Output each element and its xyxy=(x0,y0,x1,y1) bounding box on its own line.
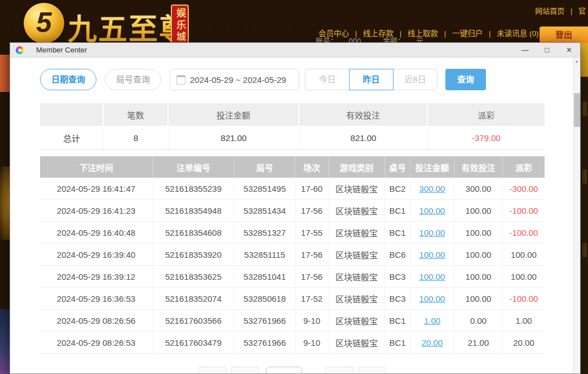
table-row: 2024-05-29 16:39:40 521618353920 5328511… xyxy=(40,244,545,266)
bg-orange-band xyxy=(0,55,10,92)
bet-amount-link[interactable]: 100.00 xyxy=(419,272,445,281)
round-id-cell: 532851115 xyxy=(235,244,295,265)
calendar-icon xyxy=(176,75,185,85)
summary-header-payout: 派彩 xyxy=(428,103,545,126)
session-cell: 17-60 xyxy=(295,178,329,199)
scroll-up-arrow-icon[interactable]: ▲ xyxy=(573,58,580,65)
bet-id-cell: 521618352074 xyxy=(153,288,235,309)
session-cell: 17-55 xyxy=(295,222,329,243)
payout-cell: 100.00 xyxy=(503,244,545,265)
yesterday-button[interactable]: 昨日 xyxy=(349,69,394,90)
logout-button[interactable]: 登出 xyxy=(540,27,588,43)
summary-header-bet-amount: 投注金额 xyxy=(169,103,299,126)
app-icon xyxy=(16,46,24,54)
bet-amount-link[interactable]: 100.00 xyxy=(419,294,445,303)
bet-amount-link[interactable]: 1.00 xyxy=(424,316,440,325)
summary-header-valid-bet: 有效投注 xyxy=(299,103,428,126)
table-row: 2024-05-29 16:36:53 521618352074 5328506… xyxy=(40,288,545,310)
payout-cell: -100.00 xyxy=(503,288,545,309)
bet-amount-link[interactable]: 100.00 xyxy=(419,228,445,237)
scrollbar-thumb[interactable] xyxy=(574,93,580,127)
bets-table: 下注时间 注单编号 局号 场次 游戏类别 桌号 投注金额 有效投注 派彩 202… xyxy=(40,156,545,354)
pagination: ◀◀ ◀ 1 /1 ▶ ▶▶ xyxy=(40,367,545,373)
nav-divider: | xyxy=(571,7,572,15)
game-type-cell: 区块链骰宝 xyxy=(329,244,385,265)
bet-time-cell: 2024-05-29 08:26:53 xyxy=(40,332,153,353)
bg-right-gold-strip xyxy=(581,43,588,77)
session-cell: 17-56 xyxy=(295,266,329,287)
session-cell: 9-10 xyxy=(295,310,329,331)
table-no-cell: BC3 xyxy=(385,266,410,287)
game-type-cell: 区块链骰宝 xyxy=(329,200,385,221)
bet-amount-link[interactable]: 300.00 xyxy=(419,184,445,193)
logo-number: 5 xyxy=(36,6,52,39)
page-select[interactable]: 1 xyxy=(266,367,302,373)
game-type-cell: 区块链骰宝 xyxy=(329,266,385,287)
bet-id-cell: 521618355239 xyxy=(153,178,235,199)
session-cell: 17-56 xyxy=(295,244,329,265)
screen: 5 九五至尊 娱乐城 网站首页 | 官 会员中心 | 线上存款 | 线上取款 |… xyxy=(0,0,588,374)
bet-time-cell: 2024-05-29 16:39:12 xyxy=(40,266,153,287)
bet-id-cell: 521618354608 xyxy=(153,222,235,243)
bet-time-cell: 2024-05-29 16:39:40 xyxy=(40,244,153,265)
prev-page-button[interactable]: ◀ xyxy=(231,367,259,373)
round-id-cell: 532761966 xyxy=(235,332,295,353)
vertical-scrollbar[interactable]: ▲ xyxy=(573,58,580,373)
game-type-cell: 区块链骰宝 xyxy=(329,332,385,353)
table-no-cell: BC1 xyxy=(385,332,410,353)
close-button[interactable]: × xyxy=(558,43,580,57)
search-button[interactable]: 查询 xyxy=(445,69,486,90)
game-type-cell: 区块链骰宝 xyxy=(329,288,385,309)
bet-id-cell: 521618353920 xyxy=(153,244,235,265)
payout-cell: -300.00 xyxy=(503,178,545,199)
bg-right-decor xyxy=(582,243,587,257)
window-titlebar[interactable]: Member Center — □ × xyxy=(10,43,580,58)
game-type-cell: 区块链骰宝 xyxy=(329,178,385,199)
bet-amount-link[interactable]: 100.00 xyxy=(419,206,445,215)
summary-table: 笔数 投注金额 有效投注 派彩 总计 8 821.00 821.00 -379.… xyxy=(40,103,545,150)
col-header-bet-time: 下注时间 xyxy=(40,156,153,178)
summary-total-row: 总计 8 821.00 821.00 -379.00 xyxy=(40,126,545,150)
filter-bar: 日期查询 局号查询 2024-05-29 ~ 2024-05-29 今日 昨日 … xyxy=(40,69,580,90)
table-no-cell: BC1 xyxy=(385,310,410,331)
bet-amount-link[interactable]: 20.00 xyxy=(422,338,443,347)
bg-gold-glow xyxy=(0,166,10,240)
nav-official-link-partial[interactable]: 官 xyxy=(578,7,586,15)
valid-bet-cell: 100.00 xyxy=(454,222,503,243)
payout-cell: -100.00 xyxy=(503,222,545,243)
last8days-button[interactable]: 近8日 xyxy=(393,69,437,90)
maximize-button[interactable]: □ xyxy=(536,43,558,57)
first-page-button[interactable]: ◀◀ xyxy=(198,367,227,373)
next-page-button[interactable]: ▶ xyxy=(325,367,353,373)
nav-home-link[interactable]: 网站首页 xyxy=(535,7,564,15)
payout-cell: 1.00 xyxy=(503,310,545,331)
date-query-tab[interactable]: 日期查询 xyxy=(40,69,96,90)
chevron-down-icon xyxy=(291,373,299,373)
top-nav: 网站首页 | 官 xyxy=(535,5,586,16)
member-center-window: Member Center — □ × 日期查询 局号查询 2024-05-29… xyxy=(10,42,581,374)
valid-bet-cell: 300.00 xyxy=(454,178,503,199)
summary-header-row: 笔数 投注金额 有效投注 派彩 xyxy=(40,103,545,126)
round-id-cell: 532761966 xyxy=(235,310,295,331)
bet-amount-link[interactable]: 100.00 xyxy=(419,250,445,259)
quick-range-group: 今日 昨日 近8日 xyxy=(305,69,437,90)
page-total-label: /1 xyxy=(307,367,313,373)
col-header-valid-bet: 有效投注 xyxy=(454,156,503,178)
col-header-session: 场次 xyxy=(295,156,329,178)
table-row: 2024-05-29 16:39:12 521618353625 5328510… xyxy=(40,266,545,288)
last-page-button[interactable]: ▶▶ xyxy=(358,367,386,373)
bg-right-strip xyxy=(581,77,588,374)
round-query-tab[interactable]: 局号查询 xyxy=(105,69,161,90)
site-logo-icon[interactable]: 5 xyxy=(24,3,64,43)
today-button[interactable]: 今日 xyxy=(305,69,350,90)
date-range-input[interactable]: 2024-05-29 ~ 2024-05-29 xyxy=(170,69,299,90)
bet-id-cell: 521618354948 xyxy=(153,200,235,221)
col-header-bet-id: 注单编号 xyxy=(153,156,235,178)
bet-id-cell: 521617603566 xyxy=(153,310,235,331)
window-controls: — □ × xyxy=(514,43,580,57)
bet-time-cell: 2024-05-29 16:41:23 xyxy=(40,200,153,221)
valid-bet-cell: 21.00 xyxy=(454,332,503,353)
valid-bet-cell: 0.00 xyxy=(454,310,503,331)
minimize-button[interactable]: — xyxy=(514,43,536,57)
table-no-cell: BC6 xyxy=(385,244,410,265)
